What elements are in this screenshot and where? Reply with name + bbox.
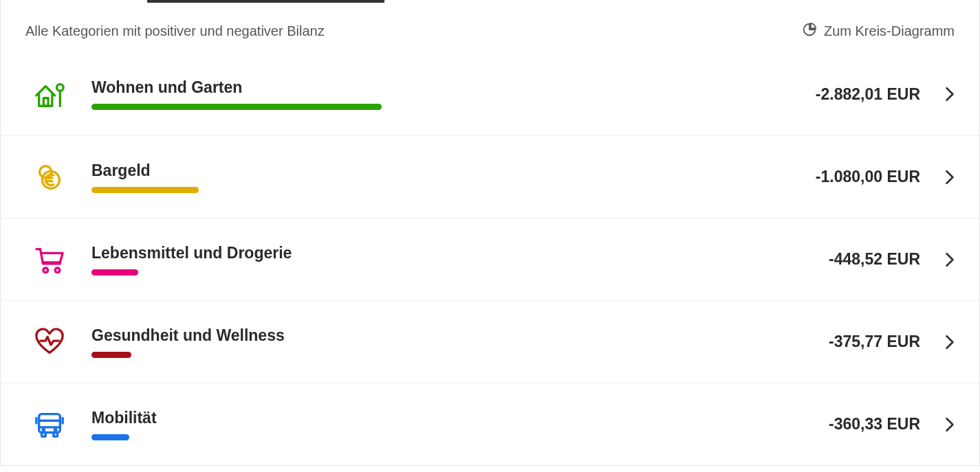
category-bar	[91, 269, 783, 276]
category-label: Gesundheit und Wellness	[91, 326, 783, 345]
categories-panel: Alle Kategorien mit positiver und negati…	[0, 0, 980, 466]
category-content: Wohnen und Garten	[75, 78, 783, 110]
category-amount: -375,77 EUR	[783, 333, 920, 351]
category-row-mobilitaet[interactable]: Mobilität -360,33 EUR	[1, 383, 979, 465]
chevron-right-icon	[920, 87, 955, 102]
category-bar-fill	[91, 104, 382, 110]
category-content: Lebensmittel und Drogerie	[75, 244, 783, 276]
category-label: Lebensmittel und Drogerie	[91, 244, 783, 262]
svg-point-15	[54, 429, 56, 430]
svg-point-8	[55, 267, 60, 272]
category-bar-fill	[91, 352, 131, 358]
category-bar	[91, 352, 783, 358]
svg-point-14	[43, 429, 44, 430]
category-amount: -448,52 EUR	[783, 250, 920, 269]
house-garden-icon	[34, 78, 75, 110]
category-row-bargeld[interactable]: Bargeld -1.080,00 EUR	[1, 135, 979, 218]
svg-rect-17	[54, 432, 58, 436]
category-label: Mobilität	[91, 409, 783, 427]
category-bar-fill	[91, 269, 138, 276]
svg-rect-0	[43, 98, 48, 106]
category-row-wohnen[interactable]: Wohnen und Garten -2.882,01 EUR	[1, 53, 979, 135]
category-label: Wohnen und Garten	[91, 78, 783, 97]
active-tab-indicator	[1, 0, 979, 3]
category-row-lebensmittel[interactable]: Lebensmittel und Drogerie -448,52 EUR	[1, 218, 979, 300]
category-row-gesundheit[interactable]: Gesundheit und Wellness -375,77 EUR	[1, 300, 979, 383]
chevron-right-icon	[920, 170, 955, 185]
category-content: Bargeld	[75, 161, 783, 193]
chevron-right-icon	[920, 252, 955, 267]
category-amount: -1.080,00 EUR	[783, 168, 920, 186]
shopping-cart-icon	[34, 244, 75, 276]
svg-rect-16	[42, 432, 46, 436]
panel-title: Alle Kategorien mit positiver und negati…	[25, 23, 325, 39]
pie-chart-link[interactable]: Zum Kreis-Diagramm	[802, 22, 955, 41]
heart-health-icon	[34, 326, 75, 358]
category-amount: -2.882,01 EUR	[783, 85, 920, 104]
category-content: Mobilität	[75, 409, 783, 440]
bus-mobility-icon	[34, 409, 75, 440]
category-amount: -360,33 EUR	[783, 415, 920, 434]
category-content: Gesundheit und Wellness	[75, 326, 783, 358]
category-bar	[91, 434, 783, 440]
category-label: Bargeld	[91, 161, 783, 180]
category-bar	[91, 104, 783, 110]
panel-header: Alle Kategorien mit positiver und negati…	[1, 3, 979, 53]
chevron-right-icon	[920, 417, 955, 432]
category-list: Wohnen und Garten -2.882,01 EUR	[1, 53, 979, 465]
pie-chart-link-label: Zum Kreis-Diagramm	[824, 23, 955, 39]
category-bar	[91, 187, 783, 193]
category-bar-fill	[91, 187, 199, 193]
cash-euro-icon	[34, 161, 75, 193]
svg-point-7	[43, 267, 48, 272]
pie-chart-icon	[802, 22, 817, 41]
category-bar-fill	[91, 434, 129, 440]
chevron-right-icon	[920, 335, 955, 350]
